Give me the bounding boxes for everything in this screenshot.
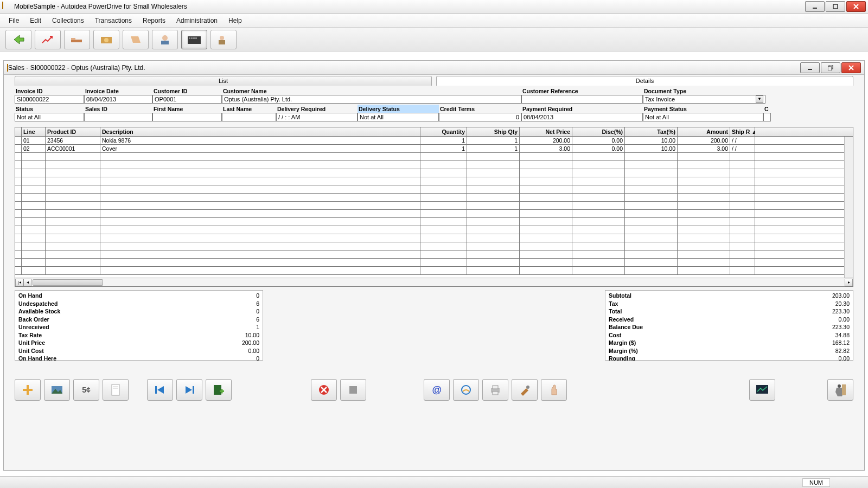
cell[interactable] — [730, 218, 755, 226]
grid-vscroll[interactable] — [844, 137, 853, 278]
cell[interactable] — [100, 177, 420, 185]
cell[interactable] — [678, 267, 730, 274]
cell[interactable] — [420, 161, 467, 169]
cell[interactable] — [15, 202, 22, 209]
cell[interactable] — [678, 242, 730, 250]
cell[interactable] — [467, 169, 520, 177]
field-customer-id[interactable]: OP0001 — [152, 95, 222, 104]
cell[interactable] — [15, 145, 22, 152]
child-minimize-button[interactable] — [800, 62, 820, 73]
field-credit-terms[interactable]: 0 — [439, 113, 521, 121]
cell[interactable] — [22, 226, 46, 234]
cell[interactable] — [15, 234, 22, 242]
table-row[interactable] — [15, 185, 853, 194]
cell[interactable] — [467, 218, 520, 226]
cell[interactable] — [46, 161, 100, 169]
cell[interactable] — [467, 226, 520, 234]
cell[interactable] — [625, 169, 678, 177]
cell[interactable] — [15, 194, 22, 201]
cell[interactable] — [730, 185, 755, 193]
cell[interactable] — [420, 194, 467, 201]
table-row[interactable] — [15, 210, 853, 218]
cell[interactable] — [15, 161, 22, 169]
cell[interactable]: 0.00 — [572, 145, 625, 152]
cell[interactable] — [678, 177, 730, 185]
cell[interactable] — [15, 218, 22, 226]
cell[interactable]: ACC00001 — [46, 145, 100, 152]
column-header[interactable] — [15, 127, 22, 136]
field-first-name[interactable] — [152, 113, 222, 121]
cell[interactable] — [467, 185, 520, 193]
cell[interactable] — [520, 267, 572, 274]
cell[interactable] — [420, 242, 467, 250]
cell[interactable] — [730, 202, 755, 209]
cell[interactable] — [678, 210, 730, 217]
cell[interactable] — [46, 202, 100, 209]
table-row[interactable] — [15, 259, 853, 267]
browser-button[interactable] — [453, 379, 479, 401]
cell[interactable] — [520, 242, 572, 250]
cell[interactable] — [467, 267, 520, 274]
cell[interactable] — [625, 194, 678, 201]
cell[interactable] — [625, 218, 678, 226]
column-header[interactable]: Tax(%) — [625, 127, 678, 136]
scroll-first-icon[interactable]: |◂ — [15, 279, 23, 286]
maximize-button[interactable] — [826, 1, 845, 12]
cell[interactable] — [22, 161, 46, 169]
cell[interactable] — [625, 185, 678, 193]
cell[interactable] — [15, 242, 22, 250]
cell[interactable] — [100, 210, 420, 217]
cell[interactable] — [420, 169, 467, 177]
field-status[interactable]: Not at All — [15, 113, 84, 121]
menu-administration[interactable]: Administration — [171, 15, 223, 27]
cell[interactable] — [100, 185, 420, 193]
cell[interactable] — [420, 259, 467, 266]
column-header[interactable]: Line — [22, 127, 46, 136]
cell[interactable] — [467, 234, 520, 242]
cell[interactable] — [15, 210, 22, 217]
close-button[interactable] — [846, 1, 866, 12]
cell[interactable] — [730, 242, 755, 250]
cell[interactable] — [678, 185, 730, 193]
cell[interactable] — [22, 185, 46, 193]
cell[interactable] — [625, 267, 678, 274]
field-payment-required[interactable]: 08/04/2013 — [521, 113, 643, 121]
column-header[interactable]: Quantity — [420, 127, 467, 136]
field-last-name[interactable] — [222, 113, 276, 121]
cell[interactable] — [420, 202, 467, 209]
field-delivery-status[interactable]: Not at All — [358, 113, 439, 121]
cell[interactable] — [572, 267, 625, 274]
cell[interactable] — [625, 153, 678, 160]
tab-details[interactable]: Details — [436, 76, 853, 86]
cell[interactable] — [100, 194, 420, 201]
cell[interactable] — [572, 242, 625, 250]
cell[interactable] — [730, 234, 755, 242]
cell[interactable] — [467, 242, 520, 250]
cell[interactable] — [100, 169, 420, 177]
exit-button[interactable] — [827, 379, 853, 401]
hand-gesture-button[interactable] — [541, 379, 567, 401]
cell[interactable] — [420, 210, 467, 217]
cell[interactable] — [730, 169, 755, 177]
cell[interactable] — [678, 202, 730, 209]
cell[interactable] — [22, 234, 46, 242]
cell[interactable] — [22, 259, 46, 266]
menu-edit[interactable]: Edit — [24, 15, 47, 27]
cell[interactable] — [46, 234, 100, 242]
cell[interactable] — [100, 259, 420, 266]
cell[interactable] — [22, 153, 46, 160]
next-record-button[interactable] — [176, 379, 202, 401]
cell[interactable] — [730, 226, 755, 234]
menu-file[interactable]: File — [3, 15, 24, 27]
grid-hscroll[interactable]: |◂ ◂ ▸ — [15, 278, 853, 286]
cell[interactable] — [572, 210, 625, 217]
cell[interactable] — [572, 194, 625, 201]
tab-list[interactable]: List — [15, 76, 432, 86]
cell[interactable] — [625, 226, 678, 234]
cell[interactable]: 1 — [420, 137, 467, 144]
cell[interactable] — [520, 251, 572, 258]
cell[interactable] — [100, 161, 420, 169]
cell[interactable] — [625, 259, 678, 266]
cell[interactable] — [46, 210, 100, 217]
cell[interactable] — [15, 137, 22, 144]
